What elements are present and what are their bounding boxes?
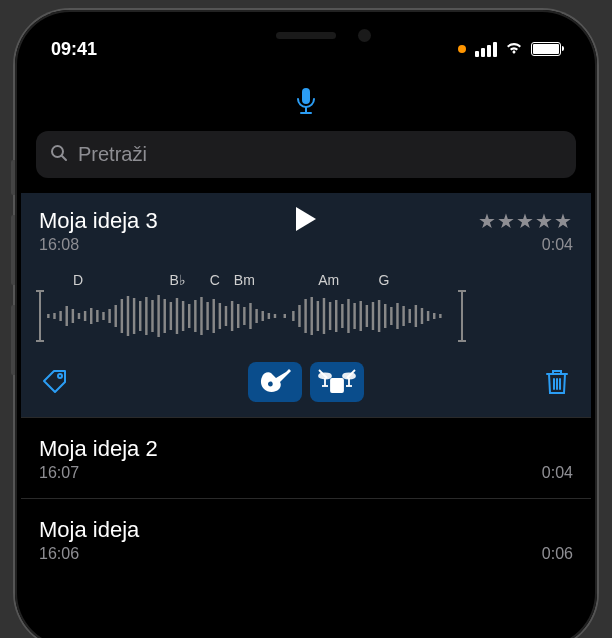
svg-rect-22 [151, 300, 153, 332]
svg-point-69 [58, 374, 62, 378]
svg-rect-39 [255, 309, 257, 323]
svg-rect-11 [84, 311, 86, 321]
svg-rect-10 [78, 313, 80, 319]
recording-time: 16:07 [39, 464, 79, 482]
svg-rect-14 [102, 312, 104, 320]
svg-rect-31 [206, 302, 208, 330]
tag-button[interactable] [39, 366, 71, 398]
svg-rect-35 [231, 301, 233, 331]
svg-rect-21 [145, 297, 147, 335]
svg-line-4 [62, 156, 66, 160]
waveform-area[interactable]: D B♭ C Bm Am G [39, 272, 573, 344]
svg-rect-66 [427, 311, 429, 321]
recording-duration: 0:04 [542, 464, 573, 482]
recording-duration: 0:04 [542, 236, 573, 254]
svg-rect-41 [268, 313, 270, 319]
svg-rect-20 [139, 301, 141, 331]
waveform-start-marker[interactable] [39, 290, 41, 342]
svg-rect-51 [335, 300, 337, 332]
svg-rect-29 [194, 300, 196, 332]
chord-label: Bm [234, 272, 255, 288]
recording-item[interactable]: Moja ideja 2 16:07 0:04 [21, 417, 591, 498]
svg-rect-65 [421, 308, 423, 324]
svg-rect-45 [298, 305, 300, 327]
svg-rect-0 [302, 88, 310, 104]
chord-label: B♭ [170, 272, 186, 288]
phone-frame: 09:41 [15, 10, 597, 638]
svg-rect-17 [121, 299, 123, 333]
side-buttons [11, 160, 15, 395]
svg-rect-54 [353, 303, 355, 329]
svg-rect-9 [72, 309, 74, 323]
search-input[interactable] [78, 143, 562, 166]
wifi-icon [504, 40, 524, 59]
svg-rect-53 [347, 299, 349, 333]
svg-rect-12 [90, 308, 92, 324]
svg-rect-26 [176, 298, 178, 334]
notch [191, 16, 421, 54]
svg-rect-43 [284, 314, 286, 318]
svg-rect-16 [115, 305, 117, 327]
svg-rect-19 [133, 298, 135, 334]
recording-item-expanded[interactable]: Moja ideja 3 ★★★★★ 16:08 0:04 D B♭ C Bm … [21, 193, 591, 417]
recording-time: 16:06 [39, 545, 79, 563]
svg-rect-64 [415, 305, 417, 327]
battery-icon [531, 42, 561, 56]
chord-label: D [73, 272, 83, 288]
record-button[interactable] [21, 66, 591, 131]
svg-rect-76 [331, 379, 343, 392]
svg-rect-38 [249, 303, 251, 329]
svg-rect-5 [47, 314, 49, 318]
recording-item[interactable]: Moja ideja 16:06 0:06 [21, 498, 591, 579]
svg-rect-58 [378, 300, 380, 332]
svg-rect-63 [409, 309, 411, 323]
svg-rect-55 [360, 301, 362, 331]
search-bar[interactable] [36, 131, 576, 178]
svg-rect-46 [304, 299, 306, 333]
svg-rect-42 [274, 314, 276, 318]
drums-accompaniment-button[interactable] [310, 362, 364, 402]
status-time: 09:41 [51, 39, 97, 60]
svg-rect-15 [108, 309, 110, 323]
svg-rect-32 [213, 299, 215, 333]
recording-indicator-dot [458, 45, 466, 53]
svg-rect-44 [292, 311, 294, 321]
svg-rect-18 [127, 296, 129, 336]
svg-rect-59 [384, 304, 386, 328]
waveform[interactable] [41, 291, 531, 341]
svg-rect-34 [225, 306, 227, 326]
svg-rect-24 [164, 299, 166, 333]
recording-time: 16:08 [39, 236, 79, 254]
cellular-signal-icon [475, 42, 497, 57]
svg-rect-7 [59, 311, 61, 321]
svg-rect-50 [329, 302, 331, 330]
recording-title: Moja ideja 2 [39, 436, 573, 462]
svg-rect-47 [311, 297, 313, 335]
svg-rect-36 [237, 304, 239, 328]
delete-button[interactable] [541, 366, 573, 398]
chord-label: Am [318, 272, 339, 288]
svg-rect-25 [170, 302, 172, 330]
chord-label: G [379, 272, 390, 288]
svg-rect-37 [243, 307, 245, 325]
svg-rect-52 [341, 304, 343, 328]
guitar-accompaniment-button[interactable] [248, 362, 302, 402]
svg-rect-23 [157, 295, 159, 337]
svg-rect-57 [372, 302, 374, 330]
svg-rect-6 [53, 313, 55, 319]
rating-stars[interactable]: ★★★★★ [478, 209, 573, 233]
recording-title: Moja ideja [39, 517, 573, 543]
svg-rect-67 [433, 313, 435, 319]
recording-title: Moja ideja 3 [39, 208, 158, 234]
svg-rect-33 [219, 303, 221, 329]
waveform-end-marker[interactable] [461, 290, 463, 342]
svg-rect-48 [317, 301, 319, 331]
svg-rect-13 [96, 310, 98, 322]
search-icon [50, 144, 68, 166]
svg-rect-8 [66, 306, 68, 326]
svg-rect-60 [390, 307, 392, 325]
svg-rect-28 [188, 304, 190, 328]
play-button[interactable] [294, 205, 318, 237]
svg-rect-68 [439, 314, 441, 318]
svg-rect-30 [200, 297, 202, 335]
